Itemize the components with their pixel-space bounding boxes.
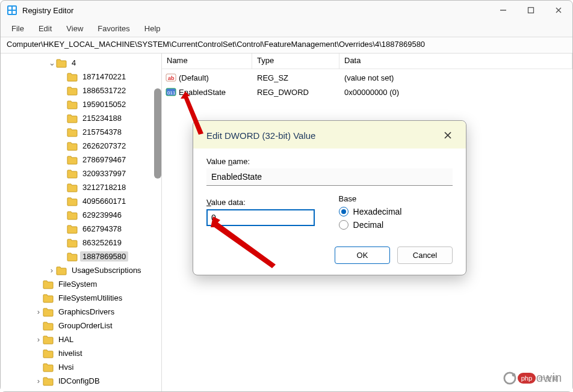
ok-button[interactable]: OK [335,247,390,264]
dialog-titlebar: Edit DWORD (32-bit) Value [193,121,466,149]
cancel-button[interactable]: Cancel [397,247,453,264]
php-badge: php [518,373,536,384]
php-badge-sub: 中文网 [539,375,559,384]
radio-hexadecimal[interactable]: Hexadecimal [339,207,453,216]
value-data-input[interactable] [206,209,315,226]
value-data-label: Value data: [206,198,321,207]
edit-dword-dialog: Edit DWORD (32-bit) Value Value name: Va… [193,120,466,275]
value-name-label: Value name: [206,157,453,166]
dialog-close-button[interactable] [439,127,456,144]
base-group: Base Hexadecimal Decimal [339,194,453,230]
radio-decimal[interactable]: Decimal [339,220,453,230]
dialog-overlay: Edit DWORD (32-bit) Value Value name: Va… [0,0,573,392]
neowin-logo-icon [503,372,516,385]
radio-icon-on [339,207,348,216]
base-legend: Base [339,194,453,203]
value-name-input[interactable] [206,168,453,186]
radio-icon-off [339,220,348,230]
svg-point-18 [512,373,516,376]
dialog-title: Edit DWORD (32-bit) Value [206,130,315,141]
